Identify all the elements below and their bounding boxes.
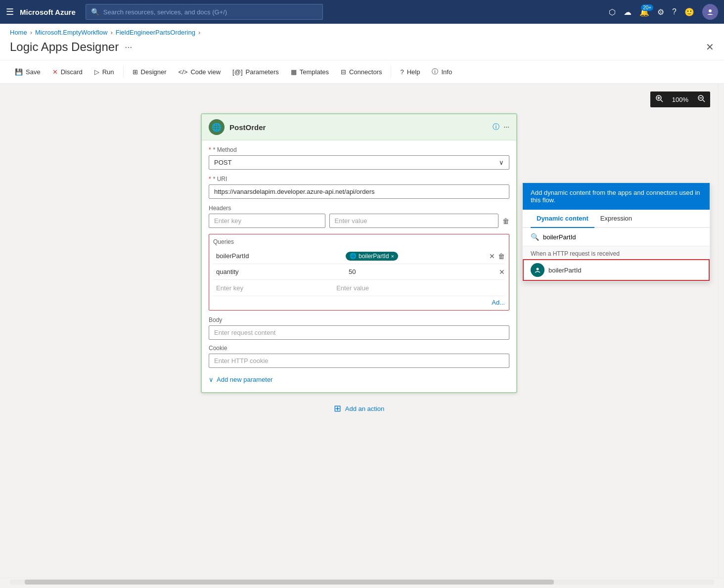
info-circle-icon[interactable]: ⓘ — [493, 123, 499, 132]
uri-value: https://vanarsdelapim.developer.azure-ap… — [214, 188, 374, 195]
breadcrumb-workflow[interactable]: FieldEngineerPartsOrdering — [116, 29, 195, 36]
add-queries-link[interactable]: Ad... — [492, 297, 505, 308]
action-icon: 🌐 — [209, 119, 225, 135]
top-nav: ☰ Microsoft Azure 🔍 ⬡ ☁ 🔔20+ ⚙ ? 🙂 — [0, 0, 724, 24]
tag-close-icon[interactable]: × — [391, 253, 394, 259]
card-body: * * Method POST ∨ * * URI https:// — [202, 140, 516, 392]
zoom-in-button[interactable] — [650, 91, 668, 107]
breadcrumb-sep-2: › — [110, 29, 112, 36]
tab-dynamic-content[interactable]: Dynamic content — [531, 210, 594, 228]
queries-section: Queries boilerPartId 🌐 boilerPartId × — [209, 234, 509, 311]
discard-button[interactable]: ✕ Discard — [47, 65, 88, 79]
templates-button[interactable]: ▦ Templates — [286, 65, 334, 79]
save-button[interactable]: 💾 Save — [10, 65, 45, 79]
headers-field-group: Headers Enter key Enter value 🗑 — [209, 205, 509, 228]
settings-icon[interactable]: ⚙ — [657, 7, 664, 17]
action-title: PostOrder — [229, 123, 488, 132]
cookie-placeholder: Enter HTTP cookie — [214, 357, 269, 364]
discard-icon: ✕ — [52, 68, 58, 76]
card-header: 🌐 PostOrder ⓘ ··· — [202, 114, 516, 140]
query-1-tag: 🌐 boilerPartId × — [346, 252, 398, 261]
method-input[interactable]: POST ∨ — [209, 155, 509, 170]
required-asterisk: * — [209, 146, 211, 153]
notification-icon[interactable]: 🔔20+ — [639, 7, 649, 17]
info-label: Info — [441, 68, 452, 76]
feedback-icon[interactable]: 🙂 — [684, 7, 694, 17]
designer-button[interactable]: ⊞ Designer — [128, 65, 172, 79]
query-2-close-icon[interactable]: ✕ — [499, 268, 505, 276]
uri-label-text: * URI — [213, 176, 227, 182]
canvas[interactable]: 100% 🌐 PostOrder ⓘ ··· — [0, 84, 718, 578]
uri-field-group: * * URI https://vanarsdelapim.developer.… — [209, 176, 509, 199]
dynamic-item-boiler-part-id[interactable]: boilerPartId — [523, 259, 710, 281]
more-options-icon[interactable]: ··· — [503, 123, 509, 132]
dynamic-panel-tabs: Dynamic content Expression — [523, 210, 710, 228]
headers-label: Headers — [209, 205, 509, 212]
toolbar-separator-2 — [391, 66, 391, 78]
delete-header-icon[interactable]: 🗑 — [502, 217, 509, 225]
zoom-out-button[interactable] — [692, 91, 710, 107]
breadcrumb: Home › Microsoft.EmptyWorkflow › FieldEn… — [0, 24, 724, 38]
body-field-group: Body Enter request content — [209, 317, 509, 340]
header-value-placeholder: Enter value — [335, 217, 367, 225]
info-icon: ⓘ — [432, 67, 438, 76]
dynamic-content-panel: Add dynamic content from the apps and co… — [522, 182, 710, 281]
search-input[interactable] — [103, 8, 317, 16]
uri-input[interactable]: https://vanarsdelapim.developer.azure-ap… — [209, 184, 509, 199]
dynamic-search-input[interactable]: boilerPartId — [543, 233, 702, 241]
query-1-close-icon[interactable]: ✕ — [489, 252, 495, 260]
info-button[interactable]: ⓘ Info — [427, 64, 457, 79]
breadcrumb-sep-3: › — [198, 29, 200, 36]
h-scrollbar-thumb — [25, 580, 554, 585]
terminal-icon[interactable]: ⬡ — [609, 7, 616, 17]
notification-badge: 20+ — [641, 4, 653, 11]
body-label: Body — [209, 317, 509, 323]
dynamic-section-label: When a HTTP request is received — [523, 246, 710, 259]
page-ellipsis[interactable]: ··· — [125, 42, 132, 52]
code-view-label: Code view — [190, 68, 221, 76]
help-button[interactable]: ? Help — [395, 65, 425, 79]
method-label: * * Method — [209, 146, 509, 153]
query-row-2: quantity 50 ✕ — [213, 264, 505, 280]
uri-label: * * URI — [209, 176, 509, 182]
cookie-input[interactable]: Enter HTTP cookie — [209, 354, 509, 368]
body-input[interactable]: Enter request content — [209, 325, 509, 340]
action-card: 🌐 PostOrder ⓘ ··· * * Method POST — [201, 113, 517, 393]
queries-label: Queries — [213, 238, 505, 245]
connectors-icon: ⊟ — [341, 68, 346, 76]
add-action-label: Add an action — [345, 405, 385, 412]
parameters-button[interactable]: [@] Parameters — [227, 65, 284, 79]
connectors-label: Connectors — [349, 68, 382, 76]
cloud-shell-icon[interactable]: ☁ — [624, 7, 632, 17]
right-scrollbar[interactable] — [718, 84, 724, 578]
main-area: 100% 🌐 PostOrder ⓘ ··· — [0, 84, 724, 578]
horizontal-scrollbar[interactable] — [0, 578, 724, 586]
run-label: Run — [102, 68, 114, 76]
query-key-placeholder: Enter key — [216, 284, 243, 292]
add-action-row[interactable]: ⊞ Add an action — [10, 393, 708, 424]
header-key-placeholder: Enter key — [214, 217, 241, 225]
run-button[interactable]: ▷ Run — [90, 65, 119, 79]
dynamic-search-icon: 🔍 — [531, 233, 539, 241]
close-button[interactable]: ✕ — [706, 41, 714, 53]
discard-label: Discard — [61, 68, 83, 76]
header-key-input[interactable]: Enter key — [209, 214, 325, 228]
breadcrumb-resource-group[interactable]: Microsoft.EmptyWorkflow — [35, 29, 107, 36]
header-value-input[interactable]: Enter value — [329, 214, 498, 228]
connectors-button[interactable]: ⊟ Connectors — [336, 65, 387, 79]
add-parameter-button[interactable]: ∨ Add new parameter — [209, 373, 509, 386]
help-icon[interactable]: ? — [672, 7, 677, 16]
tab-expression[interactable]: Expression — [594, 210, 638, 228]
code-view-button[interactable]: </> Code view — [174, 65, 226, 79]
globe-icon: 🌐 — [212, 123, 222, 132]
hamburger-icon[interactable]: ☰ — [6, 6, 14, 17]
breadcrumb-home[interactable]: Home — [10, 29, 27, 36]
avatar[interactable] — [702, 4, 718, 20]
templates-label: Templates — [300, 68, 329, 76]
query-1-delete-icon[interactable]: 🗑 — [498, 252, 505, 260]
run-icon: ▷ — [94, 68, 99, 76]
page-header-actions: ✕ — [706, 41, 714, 53]
search-icon: 🔍 — [91, 8, 99, 16]
body-placeholder: Enter request content — [214, 329, 275, 336]
search-bar[interactable]: 🔍 — [86, 4, 323, 20]
